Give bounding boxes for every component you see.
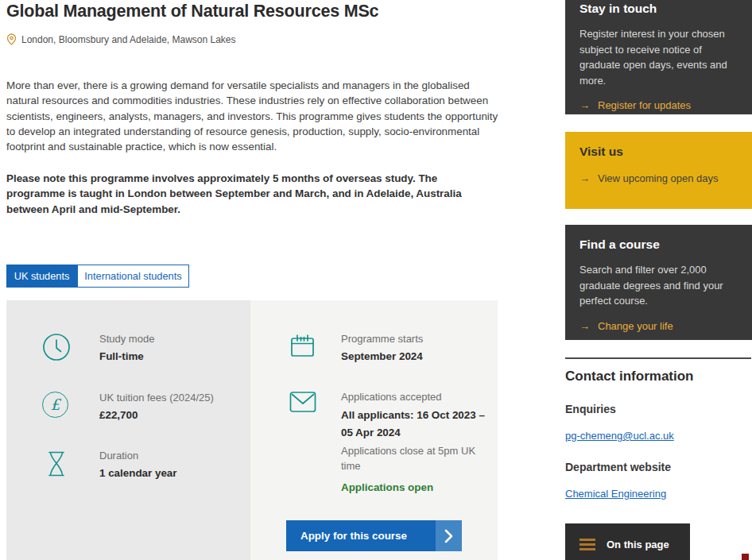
view-open-days-label: View upcoming open days (598, 172, 719, 184)
register-for-updates-link[interactable]: → Register for updates (580, 99, 738, 111)
find-a-course-text: Search and filter over 2,000 graduate de… (580, 262, 738, 309)
applications-row: Applications accepted All applicants: 16… (289, 389, 498, 493)
hamburger-menu-icon (580, 539, 595, 550)
decorative-red-mark (742, 554, 749, 560)
location-row: London, Bloomsbury and Adelaide, Mawson … (6, 33, 236, 45)
pound-icon: £ (42, 390, 71, 423)
on-this-page-button[interactable]: On this page (565, 523, 690, 560)
arrow-right-icon: → (580, 172, 590, 184)
arrow-right-icon: → (580, 99, 590, 111)
programme-starts-value: September 2024 (341, 349, 423, 364)
fee-tabs: UK students International students (6, 265, 189, 288)
department-website-link[interactable]: Chemical Engineering (565, 488, 666, 500)
main-content: Global Management of Natural Resources M… (6, 0, 501, 560)
arrow-right-icon: → (580, 320, 590, 332)
duration-label: Duration (99, 448, 177, 463)
programme-starts-row: Programme starts September 2024 (289, 331, 498, 364)
location-text: London, Bloomsbury and Adelaide, Mawson … (21, 34, 236, 45)
duration-value: 1 calendar year (99, 465, 177, 481)
clock-icon (42, 331, 71, 365)
contact-information-title: Contact information (565, 369, 694, 384)
intro-paragraph: More than ever, there is a growing deman… (6, 78, 501, 154)
view-open-days-link[interactable]: → View upcoming open days (580, 172, 738, 184)
duration-row: Duration 1 calendar year (42, 448, 250, 481)
stay-in-touch-box: Stay in touch Register interest in your … (565, 0, 752, 114)
applications-dates-value: All applicants: 16 Oct 2023 – 05 Apr 202… (341, 407, 489, 442)
register-for-updates-label: Register for updates (598, 99, 691, 111)
study-mode-value: Full-time (99, 349, 154, 364)
overseas-note-paragraph: Please note this programme involves appr… (6, 171, 498, 217)
find-a-course-title: Find a course (580, 238, 738, 252)
envelope-icon (289, 389, 316, 493)
study-mode-label: Study mode (99, 331, 154, 346)
study-mode-row: Study mode Full-time (42, 331, 250, 365)
calendar-icon (289, 331, 316, 364)
page-title: Global Management of Natural Resources M… (6, 2, 378, 21)
chevron-right-icon (436, 520, 462, 551)
key-information-panel: Study mode Full-time £ UK tuition fees (… (6, 300, 498, 560)
change-your-life-link[interactable]: → Change your life (580, 320, 738, 332)
course-page: Global Management of Natural Resources M… (0, 0, 752, 560)
tuition-fees-value: £22,700 (99, 407, 214, 423)
stay-in-touch-title: Stay in touch (580, 2, 738, 16)
department-website-label: Department website (565, 461, 671, 473)
key-info-left-column: Study mode Full-time £ UK tuition fees (… (6, 300, 250, 560)
tab-international-students[interactable]: International students (77, 265, 189, 288)
applications-status-badge: Applications open (341, 481, 494, 493)
location-pin-icon (6, 33, 17, 45)
tab-uk-students[interactable]: UK students (6, 265, 77, 288)
sidebar: Stay in touch Register interest in your … (565, 0, 752, 560)
tuition-fees-row: £ UK tuition fees (2024/25) £22,700 (42, 390, 250, 423)
enquiries-label: Enquiries (565, 403, 616, 415)
applications-accepted-label: Applications accepted (341, 389, 494, 404)
hourglass-icon (42, 448, 71, 481)
visit-us-box: Visit us → View upcoming open days (565, 132, 752, 209)
on-this-page-label: On this page (607, 539, 669, 550)
find-a-course-box: Find a course Search and filter over 2,0… (565, 225, 752, 340)
sidebar-divider (565, 357, 751, 359)
apply-button-label: Apply for this course (286, 520, 436, 551)
programme-starts-label: Programme starts (341, 331, 423, 346)
enquiries-email-link[interactable]: pg-chemeng@ucl.ac.uk (565, 430, 674, 442)
tuition-fees-label: UK tuition fees (2024/25) (99, 390, 214, 405)
apply-button[interactable]: Apply for this course (286, 520, 462, 551)
change-your-life-label: Change your life (598, 320, 673, 332)
stay-in-touch-text: Register interest in your chosen subject… (580, 26, 738, 88)
visit-us-title: Visit us (580, 145, 738, 159)
applications-close-note: Applications close at 5pm UK time (341, 444, 494, 473)
